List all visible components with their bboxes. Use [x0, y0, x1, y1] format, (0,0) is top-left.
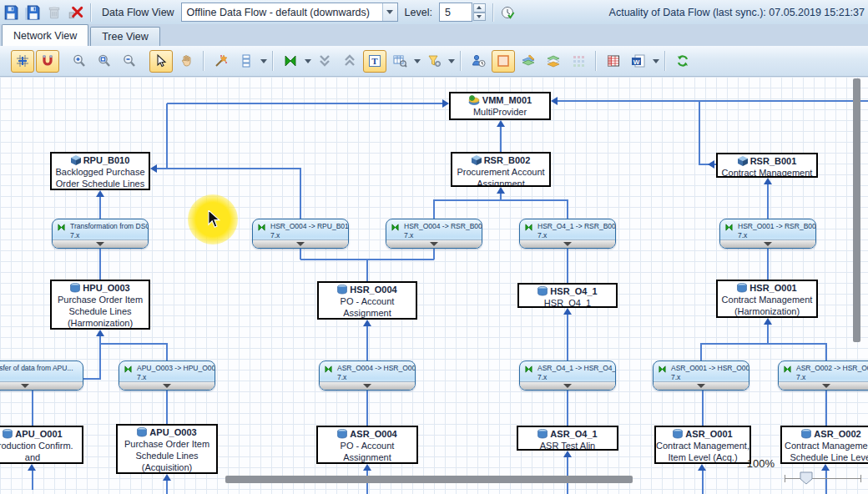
node-APU_O001[interactable]: APU_O001 Production Confirm. and Goods R… — [0, 426, 83, 464]
user-clock-button[interactable] — [467, 50, 490, 73]
node-ASR_O4_1[interactable]: ASR_O4_1 ASR Test Alin — [517, 426, 618, 451]
svg-text:T: T — [371, 56, 378, 66]
level-up-button[interactable] — [473, 3, 486, 13]
transformation-collapse-strip[interactable] — [0, 381, 83, 390]
node-id: HSR_O001 — [749, 283, 796, 293]
network-diagram-canvas[interactable]: VMM_M001 MultiProvider Purchasing RPU_B0… — [0, 77, 868, 494]
data-flow-selector-dropdown[interactable] — [382, 3, 397, 21]
tab-network-view[interactable]: Network View — [2, 24, 88, 46]
zoom-in-button[interactable] — [68, 50, 91, 73]
transformation-collapse-strip[interactable] — [520, 381, 615, 390]
node-HSR_O4_1[interactable]: HSR_O4_1 HSR_O4_1 — [517, 283, 618, 308]
zoom-slider-track[interactable] — [785, 478, 861, 479]
level-down-button[interactable] — [473, 13, 486, 22]
transformation-collapse-strip[interactable] — [720, 239, 815, 248]
node-RPU_B010[interactable]: RPU_B010 Backlogged Purchase Order Sched… — [50, 152, 150, 190]
sync-status-button[interactable] — [498, 3, 518, 23]
word-export-button[interactable]: W — [627, 50, 650, 73]
save-button[interactable] — [1, 3, 21, 23]
horizontal-scrollbar-thumb[interactable] — [225, 476, 633, 483]
zoom-out-button[interactable] — [118, 50, 141, 73]
transformation-collapse-strip[interactable] — [119, 381, 214, 390]
transformation-node[interactable]: HSR_O004 -> RPU_B010 7.x — [252, 219, 349, 249]
node-ASR_O004[interactable]: ASR_O004 PO - Account Assignment (Acquis… — [316, 426, 418, 464]
word-export-dropdown[interactable] — [651, 51, 660, 72]
connector-segment — [825, 391, 827, 426]
transformation-dropdown[interactable] — [303, 51, 312, 72]
transformation-collapse-strip[interactable] — [520, 239, 615, 248]
zoom-slider-thumb[interactable] — [800, 471, 813, 485]
node-APU_O003[interactable]: APU_O003 Purchase Order Item Schedule Li… — [116, 424, 218, 474]
transformation-node[interactable]: HSR_O4_1 -> RSR_B002 7.x — [519, 219, 616, 249]
remove-data-flow-button[interactable] — [66, 3, 86, 23]
transformation-node[interactable]: APU_O003 -> HPU_O003 7.x — [119, 360, 215, 391]
chevron-down-icon — [822, 384, 830, 388]
node-VMM_M001[interactable]: VMM_M001 MultiProvider Purchasing — [449, 92, 551, 120]
node-HPU_O003[interactable]: HPU_O003 Purchase Order Item Schedule Li… — [50, 280, 150, 330]
table-search-dropdown[interactable] — [412, 51, 421, 72]
transformation-collapse-strip[interactable] — [53, 239, 148, 248]
transformation-icon — [524, 365, 533, 374]
transformation-button[interactable] — [279, 50, 302, 73]
transformation-node[interactable]: ASR_O004 -> HSR_O004 7.x — [319, 360, 416, 391]
connector-segment — [100, 343, 167, 345]
node-RSR_B002[interactable]: RSR_B002 Procurement Account Assignment — [451, 152, 551, 187]
connector-segment — [300, 249, 301, 260]
toolbar-separator — [90, 3, 92, 22]
transformation-collapse-strip[interactable] — [654, 381, 749, 390]
show-text-button[interactable]: T — [363, 50, 386, 73]
transformation-node[interactable]: Transfer of data from APU... 7.x — [0, 360, 83, 391]
vertical-scrollbar-thumb[interactable] — [853, 78, 860, 342]
collapse-all-button[interactable] — [313, 50, 336, 73]
node-id: RPU_B010 — [83, 155, 130, 165]
node-ASR_O002[interactable]: ASR_O002 Contract Management, Schedule L… — [780, 426, 868, 464]
transformation-collapse-strip[interactable] — [320, 381, 415, 390]
filter-settings-button[interactable] — [422, 50, 446, 73]
layers-button[interactable] — [542, 50, 565, 73]
delete-button[interactable] — [44, 3, 64, 23]
transformation-version: 7.x — [270, 231, 280, 239]
data-flow-selector[interactable]: Offline Data Flow - default (downwards) — [181, 3, 398, 22]
select-tool-button[interactable] — [149, 50, 173, 73]
transformation-node[interactable]: ASR_O001 -> HSR_O001 7.x — [653, 360, 749, 391]
transformation-node[interactable]: HSR_O001 -> RSR_B001 7.x — [719, 219, 816, 249]
node-HSR_O004[interactable]: HSR_O004 PO - Account Assignment (Harmon… — [317, 281, 417, 320]
dso-icon — [673, 429, 683, 439]
pan-tool-button[interactable] — [174, 50, 198, 73]
magnet-button[interactable] — [36, 50, 59, 73]
level-spinner[interactable] — [473, 3, 486, 21]
transformation-node[interactable]: ASR_O002 -> HSR_O002 7.x — [778, 360, 868, 391]
vertical-layout-button[interactable] — [235, 50, 258, 73]
transformation-node[interactable]: ASR_O4_1 -> HSR_O4_1 7.x — [519, 360, 616, 391]
transformation-node[interactable]: Transformation from DSO HP... 7.x — [52, 219, 149, 249]
node-id: HPU_O003 — [83, 283, 129, 293]
layers-edit-button[interactable] — [517, 50, 540, 73]
chevron-down-icon — [430, 242, 438, 246]
transformation-node[interactable]: HSR_O004 -> RSR_B002 7.x — [386, 219, 482, 249]
transformation-collapse-strip[interactable] — [386, 239, 482, 248]
transformation-collapse-strip[interactable] — [779, 381, 868, 390]
node-HSR_O001[interactable]: HSR_O001 Contract Management (Harmonizat… — [716, 280, 818, 318]
node-description: Production Confirm. and Goods Receipt — [0, 440, 82, 464]
table-search-button[interactable] — [388, 50, 411, 73]
arrowhead — [150, 164, 157, 173]
snap-grid-button[interactable] — [11, 50, 34, 73]
table-view-button[interactable] — [602, 50, 625, 73]
connector-segment — [167, 103, 442, 104]
transformation-collapse-strip[interactable] — [253, 239, 348, 248]
auto-layout-button[interactable] — [209, 50, 233, 73]
vertical-layout-dropdown[interactable] — [259, 51, 268, 72]
actuality-status: Actuality of Data Flow (last sync.): 07.… — [609, 0, 865, 24]
node-description: MultiProvider Purchasing — [451, 106, 549, 120]
frame-highlight-button[interactable] — [492, 50, 515, 73]
expand-all-button[interactable] — [338, 50, 361, 73]
dso-icon — [3, 429, 13, 439]
tab-tree-view[interactable]: Tree View — [90, 27, 160, 46]
node-RSR_B001[interactable]: RSR_B001 Contract Management — [716, 153, 818, 178]
refresh-button[interactable] — [671, 50, 694, 73]
level-input[interactable]: 5 — [439, 3, 472, 22]
dots-grid-button[interactable] — [567, 50, 590, 73]
save-all-button[interactable] — [23, 3, 43, 23]
filter-settings-dropdown[interactable] — [447, 51, 456, 72]
zoom-fit-button[interactable] — [93, 50, 116, 73]
